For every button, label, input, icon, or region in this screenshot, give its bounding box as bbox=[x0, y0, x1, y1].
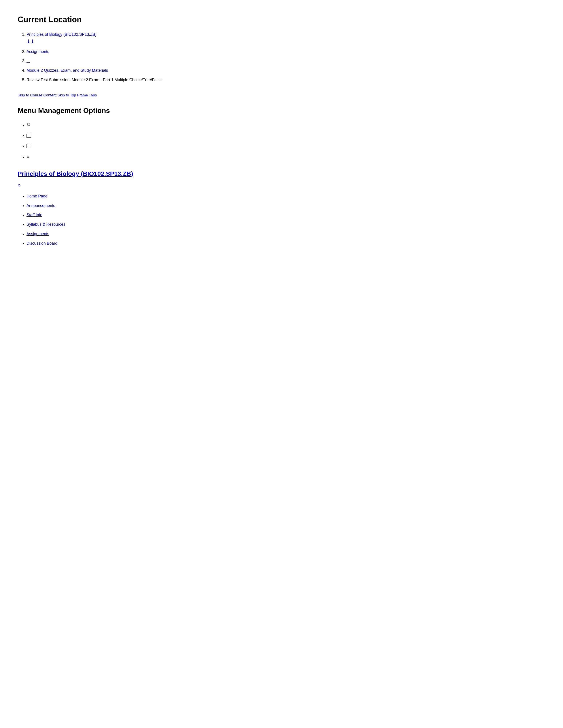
course-nav-link-discussionboard[interactable]: Discussion Board bbox=[26, 241, 57, 246]
course-title-link[interactable]: Principles of Biology (BIO102.SP13.ZB) bbox=[18, 169, 545, 179]
course-nav-link-assignments[interactable]: Assignments bbox=[26, 232, 49, 236]
menu-option-folder bbox=[26, 143, 545, 149]
course-nav-item-homepage: Home Page bbox=[26, 193, 545, 199]
course-nav-item-announcements: Announcements bbox=[26, 203, 545, 209]
course-nav-list: Home Page Announcements Staff Info Sylla… bbox=[26, 193, 545, 247]
skip-to-top-frame-tabs-link[interactable]: Skip to Top Frame Tabs bbox=[58, 93, 97, 97]
breadcrumb-item-3: ... bbox=[26, 58, 545, 64]
breadcrumb-item-4: Module 2 Quizzes, Exam, and Study Materi… bbox=[26, 67, 545, 74]
breadcrumb-link-3[interactable]: ... bbox=[26, 59, 30, 63]
menu-option-list: ≡ bbox=[26, 153, 545, 160]
chevron-down-icon: ⤓⤓ bbox=[26, 38, 545, 45]
course-nav-item-assignments: Assignments bbox=[26, 231, 545, 237]
menu-management-heading: Menu Management Options bbox=[18, 105, 545, 116]
course-section: Principles of Biology (BIO102.SP13.ZB) »… bbox=[18, 169, 545, 247]
course-nav-link-staffinfo[interactable]: Staff Info bbox=[26, 213, 42, 217]
breadcrumb-list: Principles of Biology (BIO102.SP13.ZB) ⤓… bbox=[26, 31, 545, 83]
breadcrumb-item-2: Assignments bbox=[26, 49, 545, 55]
breadcrumb-item-5: Review Test Submission: Module 2 Exam - … bbox=[26, 77, 545, 83]
breadcrumb-item-1: Principles of Biology (BIO102.SP13.ZB) ⤓… bbox=[26, 31, 545, 45]
breadcrumb-link-4[interactable]: Module 2 Quizzes, Exam, and Study Materi… bbox=[26, 68, 108, 73]
list-icon[interactable]: ≡ bbox=[26, 154, 29, 159]
course-nav-link-syllabus[interactable]: Syllabus & Resources bbox=[26, 222, 65, 227]
course-nav-item-discussionboard: Discussion Board bbox=[26, 240, 545, 247]
breadcrumb-link-1[interactable]: Principles of Biology (BIO102.SP13.ZB) bbox=[26, 32, 96, 37]
refresh-icon[interactable]: ↻ bbox=[26, 122, 30, 127]
double-chevron-icon: » bbox=[18, 181, 545, 189]
folder-icon[interactable] bbox=[26, 144, 31, 148]
breadcrumb-text-5: Review Test Submission: Module 2 Exam - … bbox=[26, 78, 162, 82]
breadcrumb-link-2[interactable]: Assignments bbox=[26, 49, 49, 54]
menu-management-section: Menu Management Options ↻ ≡ bbox=[18, 105, 545, 160]
current-location-section: Current Location Principles of Biology (… bbox=[18, 13, 545, 83]
current-location-heading: Current Location bbox=[18, 13, 545, 26]
monitor-icon[interactable] bbox=[26, 134, 31, 138]
course-nav-item-syllabus: Syllabus & Resources bbox=[26, 221, 545, 228]
course-nav-link-homepage[interactable]: Home Page bbox=[26, 194, 47, 198]
skip-to-course-content-link[interactable]: Skip to Course Content bbox=[18, 93, 56, 97]
course-nav-item-staffinfo: Staff Info bbox=[26, 212, 545, 218]
menu-options-list: ↻ ≡ bbox=[26, 121, 545, 160]
course-nav-link-announcements[interactable]: Announcements bbox=[26, 203, 55, 208]
menu-option-refresh: ↻ bbox=[26, 121, 545, 128]
menu-option-monitor bbox=[26, 132, 545, 139]
skip-links-section: Skip to Course Content Skip to Top Frame… bbox=[18, 92, 545, 98]
